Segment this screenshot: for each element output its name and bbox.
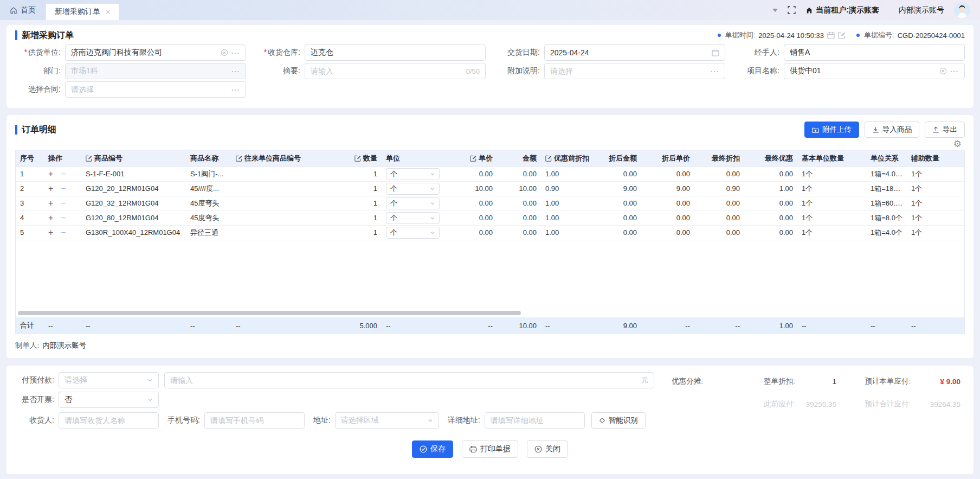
account-name[interactable]: 内部演示账号	[899, 5, 944, 15]
phone-input[interactable]	[204, 412, 305, 429]
cell-pre_discount[interactable]: 1.00	[541, 210, 594, 225]
clear-icon[interactable]	[939, 67, 947, 75]
cell-op: +−	[44, 196, 81, 210]
save-button[interactable]: 保存	[412, 440, 453, 458]
add-row-button[interactable]: +	[48, 184, 53, 193]
close-button[interactable]: 关闭	[527, 440, 568, 458]
invoice-select[interactable]: 否	[59, 392, 159, 408]
export-button[interactable]: 导出	[925, 122, 965, 138]
remove-row-button[interactable]: −	[61, 199, 66, 208]
cell-partner_code[interactable]	[231, 225, 334, 240]
fullscreen-icon[interactable]	[788, 6, 796, 14]
calendar-icon[interactable]	[712, 49, 719, 56]
doc-no-label: 单据编号:	[864, 30, 894, 40]
cell-pre_discount[interactable]: 1.00	[541, 196, 594, 210]
close-icon[interactable]: ×	[106, 8, 110, 16]
cell-base_qty: 1个	[797, 181, 866, 196]
cell-qty[interactable]: 1	[334, 225, 382, 240]
chevron-down-icon[interactable]	[772, 9, 778, 12]
cell-price[interactable]: 10.00	[444, 181, 497, 196]
remove-row-button[interactable]: −	[61, 228, 66, 237]
table-row: 5+−G130R_100X40_12RM01G04异径三通1个0.000.001…	[16, 225, 964, 240]
doc-time-value: 2025-04-24 10:50:33	[758, 31, 824, 40]
table-row: 2+−G120_20_12RM01G0445////度...1个10.0010.…	[16, 181, 964, 196]
ellipsis-icon[interactable]: ···	[231, 49, 240, 57]
cell-qty[interactable]: 1	[334, 181, 382, 196]
cell-partner_code[interactable]	[231, 181, 334, 196]
gear-icon[interactable]: ⚙	[953, 139, 962, 149]
add-row-button[interactable]: +	[48, 199, 53, 208]
creator-label: 制单人:	[15, 341, 39, 350]
cell-partner_code[interactable]	[231, 210, 334, 225]
project-input[interactable]: ···	[784, 63, 965, 79]
warehouse-label: *收货仓库:	[255, 48, 305, 58]
discount-share-label: 优惠分摊:	[654, 376, 703, 386]
cell-partner_code[interactable]	[231, 196, 334, 210]
tab-new-purchase-order[interactable]: 新增采购订单 ×	[46, 3, 119, 20]
cell-price[interactable]: 0.00	[444, 210, 497, 225]
tab-label: 新增采购订单	[55, 7, 100, 17]
clear-icon[interactable]	[221, 49, 228, 56]
tenant-info[interactable]: 当前租户:演示账套	[805, 5, 879, 15]
cell-code[interactable]: G120_32_12RM01G04	[81, 196, 186, 210]
cell-code[interactable]: S-1-F-E-001	[81, 167, 186, 181]
home-nav[interactable]: 首页	[0, 5, 46, 15]
contract-input[interactable]: ···	[65, 81, 246, 98]
column-header-partner_code: 往来单位商品编号	[231, 150, 334, 167]
add-row-button[interactable]: +	[48, 169, 53, 178]
column-header-name: 商品名称	[186, 150, 231, 167]
smart-recognition-button[interactable]: 智能识别	[591, 412, 646, 429]
cell-pre_discount[interactable]: 0.90	[541, 181, 594, 196]
supplier-input[interactable]: ···	[65, 44, 246, 61]
print-button[interactable]: 打印单据	[462, 440, 518, 458]
unit-select[interactable]: 个	[386, 168, 440, 180]
unit-select[interactable]: 个	[386, 197, 440, 209]
import-products-button[interactable]: 导入商品	[865, 122, 919, 138]
cell-final_discount: 0.90	[694, 181, 744, 196]
delivery-date-input[interactable]	[544, 44, 725, 61]
unit-select[interactable]: 个	[386, 227, 440, 239]
unit-select[interactable]: 个	[386, 212, 440, 224]
currency-unit: 元	[641, 375, 648, 385]
ellipsis-icon[interactable]: ···	[231, 86, 240, 94]
calendar-icon[interactable]	[827, 31, 835, 39]
detail-title: 订单明细	[15, 125, 56, 135]
cell-pre_discount[interactable]: 1.00	[541, 225, 594, 240]
prepay-select[interactable]: 请选择	[59, 372, 159, 388]
ellipsis-icon[interactable]: ···	[711, 67, 719, 75]
cell-pre_discount[interactable]: 1.00	[541, 167, 594, 181]
prepay-amount-input[interactable]: 元	[164, 372, 654, 388]
address-detail-input[interactable]	[485, 412, 585, 429]
extra-note-input[interactable]: ···	[544, 63, 725, 79]
receiver-input[interactable]	[59, 412, 159, 429]
table-row: 4+−G120_80_12RM01G0445度弯头1个0.000.001.000…	[16, 210, 964, 225]
upload-attachment-button[interactable]: 附件上传	[804, 122, 859, 138]
summary-input[interactable]: 0/50	[305, 63, 486, 79]
horizontal-scrollbar[interactable]	[18, 311, 521, 315]
cell-code[interactable]: G120_20_12RM01G04	[81, 181, 186, 196]
ellipsis-icon[interactable]: ···	[231, 67, 240, 75]
warehouse-input[interactable]	[305, 44, 486, 61]
unit-select[interactable]: 个	[386, 183, 440, 195]
add-row-button[interactable]: +	[48, 228, 53, 237]
cell-code[interactable]: G130R_100X40_12RM01G04	[81, 225, 186, 240]
handler-input[interactable]	[784, 44, 965, 61]
cell-code[interactable]: G120_80_12RM01G04	[81, 210, 186, 225]
avatar[interactable]	[954, 2, 970, 18]
edit-icon[interactable]	[838, 31, 846, 39]
cell-price[interactable]: 0.00	[444, 196, 497, 210]
department-input[interactable]: ···	[65, 63, 246, 79]
cell-price[interactable]: 0.00	[444, 167, 497, 181]
cell-qty[interactable]: 1	[334, 210, 382, 225]
cell-price[interactable]: 0.00	[444, 225, 497, 240]
cell-unit_rel: 1箱=180....	[866, 181, 907, 196]
add-row-button[interactable]: +	[48, 213, 53, 222]
ellipsis-icon[interactable]: ···	[950, 67, 959, 75]
cell-qty[interactable]: 1	[334, 167, 382, 181]
address-select[interactable]: 请选择区域	[335, 412, 439, 429]
remove-row-button[interactable]: −	[61, 184, 66, 193]
remove-row-button[interactable]: −	[61, 169, 66, 178]
remove-row-button[interactable]: −	[61, 213, 66, 222]
cell-qty[interactable]: 1	[334, 196, 382, 210]
cell-partner_code[interactable]	[231, 167, 334, 181]
